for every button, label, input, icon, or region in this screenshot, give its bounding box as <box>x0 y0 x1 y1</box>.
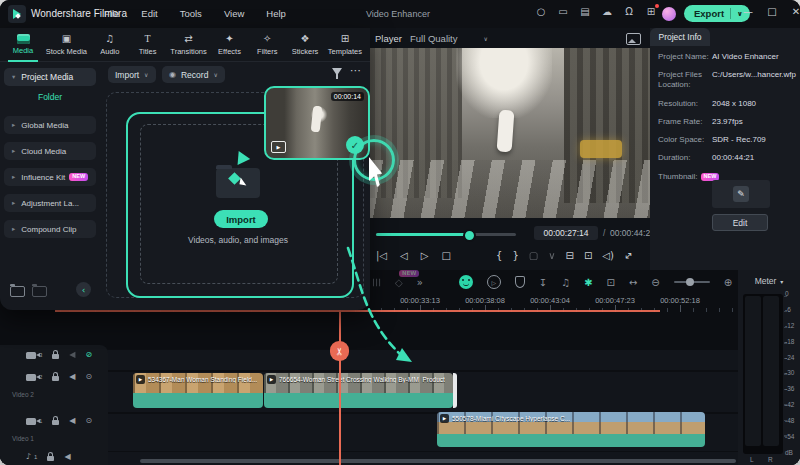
sidebar-item-cloud-media[interactable]: ▸ Cloud Media <box>4 142 96 160</box>
audio-track-icon: ♪ <box>26 453 31 461</box>
mute-icon[interactable]: ◀ <box>69 351 75 359</box>
clip-name: 550578-Miami Cityscape Hyperlapse C... <box>452 415 570 422</box>
zoom-in-icon[interactable]: ⊕ <box>724 277 732 288</box>
image-preview-icon[interactable] <box>626 33 641 45</box>
menu-help[interactable]: Help <box>266 8 286 19</box>
snapshot-icon[interactable]: ⊡ <box>584 250 592 261</box>
mark-out-icon[interactable]: } <box>512 250 518 261</box>
clip-trim-handle[interactable] <box>453 373 457 408</box>
edit-pencil-icon[interactable]: ✎ <box>733 186 749 202</box>
tab-templates[interactable]: ⊞ Templates <box>328 28 362 61</box>
tab-effects[interactable]: ✦ Effects <box>215 28 245 61</box>
sidebar-item-compound-clip[interactable]: ▸ Compound Clip <box>4 220 96 238</box>
edit-button[interactable]: Edit <box>712 214 768 231</box>
mute-icon[interactable]: ◀ <box>64 453 70 461</box>
tab-stickers[interactable]: ❖ Stickers <box>290 28 320 61</box>
show-track-icon[interactable]: ⊙ <box>86 417 93 425</box>
preview-render-icon[interactable]: ▷ <box>487 275 501 289</box>
minimize-button[interactable]: — <box>736 6 760 17</box>
tab-project-info[interactable]: Project Info <box>650 28 710 46</box>
caret-down-icon: ▾ <box>12 73 15 81</box>
thumb-figure <box>311 106 323 133</box>
tab-label: Audio <box>100 47 119 56</box>
layout-icon[interactable]: ▭ <box>552 6 574 17</box>
audio-clip-icon[interactable]: ♫ <box>561 277 570 288</box>
total-time: 00:00:44:21 <box>610 228 655 238</box>
lock-icon[interactable] <box>52 376 59 381</box>
menu-file[interactable]: File <box>104 8 119 19</box>
screen-record-icon[interactable]: ○ <box>530 6 552 17</box>
show-track-icon[interactable]: ⊙ <box>86 373 93 381</box>
mask-icon[interactable] <box>515 276 525 288</box>
sidebar-item-folder[interactable]: Folder <box>0 92 100 102</box>
filter-button[interactable] <box>332 68 342 79</box>
import-media-button[interactable]: Import <box>214 210 268 228</box>
timeline-clip[interactable]: ▶550578-Miami Cityscape Hyperlapse C... <box>437 412 705 447</box>
field-value: 00:00:44:21 <box>712 153 796 163</box>
save-icon[interactable]: ▤ <box>574 6 596 17</box>
close-button[interactable]: ✕ <box>784 6 800 17</box>
lock-icon[interactable] <box>52 354 59 359</box>
media-thumbnail-card[interactable]: 00:00:14 ▶ ✓ <box>264 86 370 160</box>
mark-in-icon[interactable]: { <box>496 250 502 261</box>
fullscreen-icon[interactable]: ↔ <box>621 249 635 263</box>
tab-filters[interactable]: ✧ Filters <box>252 28 282 61</box>
lock-icon[interactable] <box>47 456 54 461</box>
menu-view[interactable]: View <box>224 8 244 19</box>
timeline-clip[interactable]: ▶534367-Man Woman Standing Field... <box>133 373 263 408</box>
marker-range-icon[interactable]: ↔ <box>629 277 637 288</box>
sidebar-item-influence-kit[interactable]: ▸ Influence Kit NEW <box>4 168 96 186</box>
tab-titles[interactable]: T Titles <box>133 28 163 61</box>
lock-icon[interactable] <box>52 420 59 425</box>
user-avatar[interactable] <box>662 7 676 21</box>
ai-enhance-icon[interactable]: ✱ <box>584 277 592 288</box>
project-info-panel: Project Info Project Name: AI Video Enha… <box>650 28 800 270</box>
sidebar-item-adjustment-layer[interactable]: ▸ Adjustment La... <box>4 194 96 212</box>
mute-icon[interactable]: ◀ <box>69 417 75 425</box>
horizontal-scrollbar[interactable] <box>140 459 736 463</box>
mirror-screen-icon[interactable]: ⊟ <box>566 250 574 261</box>
apps-grid-icon[interactable]: ⊞ <box>640 6 662 17</box>
tab-audio[interactable]: ♫ Audio <box>95 28 125 61</box>
video-type-icon: ▶ <box>271 141 286 153</box>
sidebar-item-project-media[interactable]: ▾ Project Media <box>4 68 96 86</box>
import-dropdown-button[interactable]: Import ∨ <box>108 66 156 83</box>
maximize-button[interactable]: □ <box>760 6 784 17</box>
hide-track-icon[interactable]: ⊘ <box>86 351 93 359</box>
current-time: 00:00:27:14 <box>534 226 598 240</box>
audio-ducking-icon[interactable]: ↧ <box>539 277 547 288</box>
tab-media[interactable]: Media <box>8 28 38 62</box>
record-dropdown-button[interactable]: ◉ Record ∨ <box>162 66 225 83</box>
timeline-clip[interactable]: ▶766654-Woman Street Crossing Walking By… <box>264 373 453 408</box>
meter-header-dropdown[interactable]: Meter ▾ <box>738 270 800 286</box>
zoom-slider-knob[interactable] <box>686 278 694 286</box>
volume-icon[interactable]: ◁) <box>602 250 614 261</box>
menu-edit[interactable]: Edit <box>141 8 157 19</box>
ai-assistant-icon[interactable] <box>459 275 473 289</box>
new-folder-button[interactable] <box>10 286 25 297</box>
zoom-out-icon[interactable]: ⊖ <box>651 277 659 288</box>
more-options-button[interactable]: ⋯ <box>350 64 361 77</box>
track-header-video1: 1 ◀ ⊙ <box>0 417 108 425</box>
seek-knob[interactable] <box>463 229 476 242</box>
screen-split-icon[interactable]: ⊡ <box>607 277 615 288</box>
field-value: SDR - Rec.709 <box>712 135 796 145</box>
quality-dropdown[interactable]: Full Quality ∨ <box>410 33 488 44</box>
thumbnail-box[interactable]: ✎ <box>712 180 770 208</box>
field-value: AI Video Enhancer <box>712 52 796 62</box>
crop-icon[interactable]: ▢ <box>529 250 538 261</box>
title-bar: Wondershare Filmora File Edit Tools View… <box>0 0 800 28</box>
crop-caret-icon[interactable]: ∨ <box>548 250 555 261</box>
tab-stock-media[interactable]: ▣ Stock Media <box>46 28 87 61</box>
cloud-upload-icon[interactable]: ☁ <box>596 6 618 17</box>
stop-icon[interactable]: □ <box>441 250 450 261</box>
tab-transitions[interactable]: ⇄ Transitions <box>170 28 206 61</box>
sidebar-item-global-media[interactable]: ▸ Global Media <box>4 116 96 134</box>
notifications-bell-icon[interactable]: Ω <box>618 6 640 17</box>
menu-tools[interactable]: Tools <box>180 8 202 19</box>
mute-icon[interactable]: ◀ <box>69 373 75 381</box>
timeline-zoom-slider[interactable] <box>674 281 710 283</box>
collapse-panel-button[interactable]: ‹ <box>76 282 91 297</box>
delete-folder-button[interactable] <box>32 286 47 297</box>
tab-label: Media <box>13 46 33 55</box>
